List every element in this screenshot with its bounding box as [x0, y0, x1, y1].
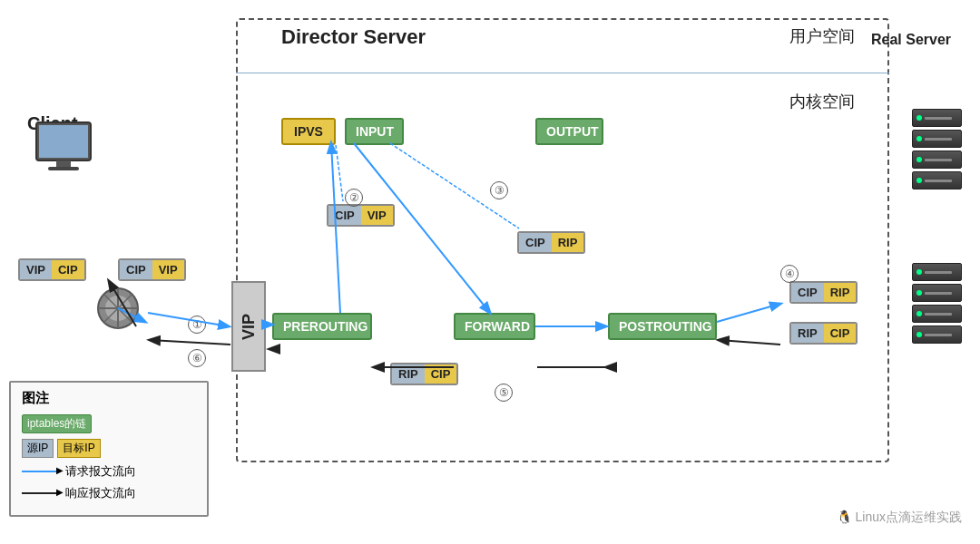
output-box: OUTPUT [535, 118, 603, 145]
legend-request-label: 请求报文流向 [65, 463, 136, 480]
badge-client-send: VIP CIP [18, 258, 86, 281]
client-computer-icon [32, 118, 95, 185]
badge-director-mid: CIP RIP [517, 231, 585, 254]
user-space-label: 用户空间 [789, 25, 855, 47]
legend-response-label: 响应报文流向 [65, 485, 136, 501]
prerouting-box: PREROUTING [272, 313, 372, 340]
badge-client-recv: CIP VIP [118, 258, 186, 281]
router-icon [91, 281, 145, 335]
real-server-bottom-icon [912, 263, 962, 344]
forward-box: FORWARD [454, 313, 535, 340]
legend-box: 图注 iptables的链 源IP 目标IP 请求报文流向 响应报文流向 [9, 381, 209, 517]
director-divider [236, 73, 889, 73]
badge-director-out: CIP RIP [789, 281, 858, 304]
diagram: Director Server 用户空间 内核空间 Client VIP [0, 0, 980, 544]
svg-rect-1 [39, 125, 88, 158]
vip-label: VIP [231, 281, 266, 372]
step-6: ⑥ [188, 349, 206, 367]
ipvs-box: IPVS [281, 118, 336, 145]
legend-dst-badge: 目标IP [57, 439, 100, 458]
svg-rect-3 [48, 167, 79, 170]
badge-director-in: CIP VIP [327, 204, 395, 227]
step-1: ① [188, 316, 206, 334]
real-server-top-icon [912, 109, 962, 189]
postrouting-box: POSTROUTING [608, 313, 717, 340]
legend-response-row: 响应报文流向 [22, 485, 196, 501]
step-2: ② [345, 189, 363, 207]
step-5: ⑤ [495, 384, 513, 402]
badge-real-recv: RIP CIP [789, 322, 858, 345]
input-box: INPUT [345, 118, 404, 145]
legend-response-line [22, 492, 58, 494]
kernel-space-label: 内核空间 [789, 91, 855, 112]
svg-rect-2 [56, 160, 71, 168]
legend-request-line [22, 471, 58, 472]
legend-iptables-row: iptables的链 [22, 414, 196, 433]
step-3: ③ [490, 181, 508, 199]
real-server-label: Real Server [871, 32, 951, 48]
badge-return-fwd: RIP CIP [390, 363, 458, 385]
watermark: 🐧 Linux点滴运维实践 [837, 510, 962, 526]
director-title: Director Server [281, 25, 426, 49]
legend-ip-row: 源IP 目标IP [22, 439, 196, 458]
legend-request-row: 请求报文流向 [22, 463, 196, 480]
legend-iptables-badge: iptables的链 [22, 414, 92, 433]
legend-title: 图注 [22, 390, 196, 407]
legend-src-badge: 源IP [22, 439, 54, 458]
arrow-vip-to-router [150, 340, 230, 345]
step-4: ④ [780, 265, 799, 283]
